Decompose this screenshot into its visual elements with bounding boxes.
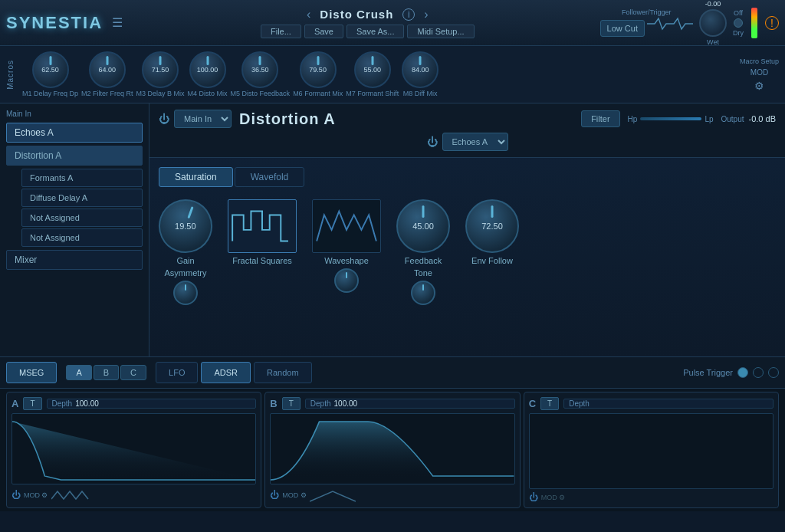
saturation-tab[interactable]: Saturation: [159, 167, 233, 187]
panel-b-t-button[interactable]: T: [282, 397, 301, 410]
formants-a-label: Formants A: [30, 173, 73, 182]
panel-a-t-button[interactable]: T: [23, 397, 41, 410]
save-button[interactable]: Save: [304, 25, 343, 38]
macro-knob-1: 62.50 M1 Delay Freq Dp: [22, 51, 78, 97]
module-input-select[interactable]: Main In: [174, 110, 232, 128]
macro-knob-3: 71.50 M3 Delay B Mix: [136, 51, 185, 97]
subtab-c[interactable]: C: [120, 365, 146, 380]
m7-value: 55.00: [363, 66, 381, 74]
prev-preset-button[interactable]: ‹: [307, 8, 310, 21]
m7-label: M7 Formant Shift: [346, 90, 399, 97]
m6-knob[interactable]: 79.50: [300, 51, 337, 88]
midi-setup-button[interactable]: Midi Setup...: [407, 25, 474, 38]
chain-item-formants-a[interactable]: Formants A: [21, 169, 143, 187]
panel-b-power[interactable]: ⏻: [270, 490, 279, 501]
chain-item-not-assigned-2[interactable]: Not Assigned: [21, 228, 143, 247]
panel-a-power[interactable]: ⏻: [11, 490, 21, 501]
power-toggle[interactable]: [734, 18, 743, 28]
module-power-icon[interactable]: ⏻: [159, 113, 169, 125]
subtab-b[interactable]: B: [94, 365, 119, 380]
waveshape-display[interactable]: [312, 199, 381, 253]
m7-knob[interactable]: 55.00: [354, 51, 391, 88]
chain-item-diffuse-delay-a[interactable]: Diffuse Delay A: [21, 189, 143, 207]
m4-knob[interactable]: 100.00: [189, 51, 226, 88]
filter-button[interactable]: Filter: [581, 110, 619, 127]
asymmetry-knob[interactable]: [173, 281, 198, 305]
waveshape-knob[interactable]: [334, 268, 359, 293]
header-right: Follower/Trigger Low Cut -0.00 Wet Off D…: [600, 0, 779, 46]
bottom-section: MSEG A B C LFO ADSR Random Pulse Trigger…: [0, 356, 785, 511]
panel-a-mod-icon: MOD ⚙: [24, 491, 48, 499]
tone-knob[interactable]: [411, 281, 435, 305]
wet-knob-group: -0.00 Wet: [699, 0, 727, 46]
chain-item-not-assigned-1[interactable]: Not Assigned: [21, 209, 143, 227]
file-button[interactable]: File...: [261, 25, 301, 38]
low-cut-button[interactable]: Low Cut: [600, 20, 645, 37]
feedback-knob[interactable]: 45.00: [396, 199, 450, 253]
echoes-power-icon[interactable]: ⏻: [427, 136, 438, 148]
panel-a-header: A T Depth 100.00: [11, 397, 256, 410]
chain-item-distortion-a[interactable]: Distortion A: [6, 146, 143, 166]
distortion-a-label: Distortion A: [15, 150, 61, 161]
panel-c-depth[interactable]: Depth: [563, 399, 774, 409]
panel-a-envelope[interactable]: [11, 413, 256, 484]
echoes-input-select[interactable]: Echoes A: [442, 133, 508, 151]
level-meter: [751, 8, 757, 38]
mseg-tab[interactable]: MSEG: [6, 362, 57, 383]
wet-knob[interactable]: [699, 9, 727, 37]
lp-label: Lp: [705, 115, 713, 123]
pulse-trigger-group: Pulse Trigger: [683, 362, 779, 383]
pulse-dot-1[interactable]: [737, 367, 748, 378]
alert-icon[interactable]: !: [765, 16, 779, 30]
panel-b-depth[interactable]: Depth 100.00: [305, 399, 515, 409]
m2-knob[interactable]: 64.00: [89, 51, 126, 88]
envfollow-knob[interactable]: 72.50: [465, 199, 519, 253]
module-header: ⏻ Main In Distortion A Filter Hp Lp Outp…: [149, 103, 785, 158]
panel-c-depth-label: Depth: [569, 399, 590, 408]
m8-knob[interactable]: 84.00: [402, 51, 438, 88]
chain-item-echoes-a[interactable]: Echoes A: [6, 123, 143, 143]
panel-a-letter: A: [11, 398, 18, 409]
feedback-value: 45.00: [412, 222, 434, 231]
follower-label: Follower/Trigger: [600, 8, 693, 16]
random-tab[interactable]: Random: [254, 362, 312, 383]
bottom-panels: A T Depth 100.00: [0, 389, 785, 511]
not-assigned-1-label: Not Assigned: [30, 213, 80, 222]
macro-knob-4: 100.00 M4 Disto Mix: [188, 51, 228, 97]
info-icon[interactable]: i: [402, 8, 415, 21]
lfo-tab[interactable]: LFO: [156, 362, 198, 383]
sidebar-main-label: Main In: [6, 110, 143, 118]
preset-name: Disto Crush: [320, 8, 393, 21]
main-area: Main In Echoes A Distortion A Formants A…: [0, 103, 785, 356]
save-as-button[interactable]: Save As...: [347, 25, 405, 38]
fractal-squares-display[interactable]: [228, 199, 297, 253]
panel-c-envelope[interactable]: [529, 413, 774, 489]
adsr-tab[interactable]: ADSR: [201, 362, 251, 383]
pulse-dot-3[interactable]: [768, 367, 779, 378]
m1-knob[interactable]: 62.50: [32, 51, 69, 88]
pulse-dot-2[interactable]: [753, 367, 764, 378]
m3-knob[interactable]: 71.50: [142, 51, 179, 88]
sub-chain: Formants A Diffuse Delay A Not Assigned …: [21, 167, 143, 248]
gain-knob[interactable]: 19.50: [151, 192, 220, 261]
mseg-subtabs: A B C: [60, 362, 153, 383]
macros-label: Macros: [6, 60, 15, 90]
m5-knob[interactable]: 36.50: [241, 51, 278, 88]
macro-knob-5: 36.50 M5 Disto Feedback: [231, 51, 291, 97]
echoes-a-label: Echoes A: [15, 127, 54, 138]
panel-a-depth[interactable]: Depth 100.00: [47, 399, 257, 409]
panel-c-t-button[interactable]: T: [540, 397, 559, 410]
wavefold-tab[interactable]: Wavefold: [235, 167, 305, 187]
asymmetry-label: Asymmetry: [165, 268, 207, 277]
subtab-a[interactable]: A: [66, 365, 91, 380]
mod-label: MOD: [751, 68, 768, 77]
menu-icon[interactable]: ☰: [112, 15, 123, 30]
off-label: Off: [734, 9, 743, 17]
next-preset-button[interactable]: ›: [424, 8, 428, 21]
panel-c-power[interactable]: ⏻: [529, 492, 538, 503]
chain-item-mixer[interactable]: Mixer: [6, 250, 143, 270]
m1-value: 62.50: [41, 66, 59, 74]
panel-b-envelope[interactable]: [270, 413, 514, 484]
envfollow-group: 72.50 Env Follow: [465, 199, 519, 265]
filter-slider[interactable]: [640, 117, 701, 120]
